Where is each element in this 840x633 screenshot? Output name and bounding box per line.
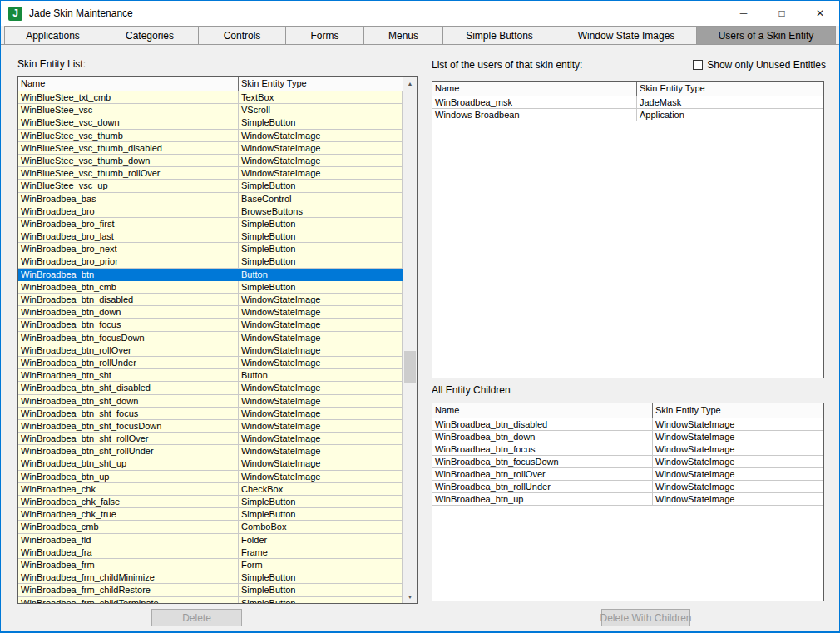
table-row[interactable]: WinBroadbea_btn_downWindowStateImage [432, 431, 823, 443]
table-row[interactable]: WinBroadbea_frm_childMinimizeSimpleButto… [18, 571, 403, 584]
table-row[interactable]: WinBroadbea_btn_sht_focusDownWindowState… [18, 420, 403, 433]
tab-bar: ApplicationsCategoriesControlsFormsMenus… [1, 26, 839, 45]
cell-name: Windows Broadbean [432, 109, 637, 121]
table-row[interactable]: WinBroadbea_frm_childRestoreSimpleButton [18, 584, 403, 596]
cell-name: WinBroadbea_chk_false [18, 496, 239, 508]
table-row[interactable]: WinBroadbea_btn_focusDownWindowStateImag… [18, 332, 403, 344]
table-row[interactable]: WinBroadbea_btn_rollUnderWindowStateImag… [432, 481, 823, 493]
cell-type: WindowStateImage [653, 493, 823, 506]
tab-categories[interactable]: Categories [101, 26, 199, 44]
cell-name: WinBroadbea_btn_sht_disabled [18, 382, 239, 394]
cell-type: SimpleButton [239, 243, 403, 255]
table-row[interactable]: WinBroadbea_fraFrame [18, 546, 403, 559]
cell-type: Form [239, 559, 403, 571]
scroll-thumb[interactable] [404, 351, 416, 383]
cell-name: WinBlueStee_vsc_thumb_rollOver [18, 167, 239, 180]
table-row[interactable]: WinBroadbea_btn_upWindowStateImage [432, 493, 823, 506]
cell-type: WindowStateImage [653, 481, 823, 493]
table-row[interactable]: WinBroadbea_btn_cmbSimpleButton [18, 281, 403, 294]
cell-name: WinBroadbea_btn_focusDown [432, 456, 653, 468]
cell-name: WinBroadbea_btn_rollUnder [18, 357, 239, 369]
cell-type: Application [637, 109, 823, 121]
table-row[interactable]: WinBroadbea_btn_disabledWindowStateImage [432, 418, 823, 431]
table-row[interactable]: WinBroadbea_chkCheckBox [18, 483, 403, 496]
vertical-scrollbar[interactable]: ▲ ▼ [403, 77, 417, 603]
table-row[interactable]: WinBroadbea_cmbComboBox [18, 521, 403, 533]
tab-simple-buttons[interactable]: Simple Buttons [443, 26, 556, 44]
table-row[interactable]: WinBlueStee_vsc_thumb_rollOverWindowStat… [18, 167, 403, 180]
column-header-type: Skin Entity Type [239, 77, 403, 91]
maximize-button[interactable]: □ [763, 1, 801, 26]
tab-controls[interactable]: Controls [199, 26, 286, 44]
tab-window-state-images[interactable]: Window State Images [556, 26, 697, 44]
cell-type: Folder [239, 534, 403, 546]
table-row[interactable]: WinBroadbea_mskJadeMask [432, 96, 823, 109]
table-row[interactable]: WinBroadbea_chk_trueSimpleButton [18, 508, 403, 521]
cell-name: WinBroadbea_fld [18, 534, 239, 546]
table-row[interactable]: WinBroadbea_bro_priorSimpleButton [18, 255, 403, 268]
table-row[interactable]: WinBlueStee_vsc_downSimpleButton [18, 116, 403, 129]
table-row[interactable]: WinBroadbea_btn_upWindowStateImage [18, 471, 403, 483]
table-row[interactable]: WinBroadbea_btn_sht_upWindowStateImage [18, 457, 403, 470]
table-row[interactable]: WinBlueStee_vsc_upSimpleButton [18, 180, 403, 192]
close-button[interactable]: ✕ [801, 1, 839, 26]
table-row[interactable]: WinBlueStee_vsc_thumb_downWindowStateIma… [18, 155, 403, 167]
table-row[interactable]: WinBroadbea_btnButton [18, 269, 403, 281]
title-bar[interactable]: J Jade Skin Maintenance ─ □ ✕ [1, 1, 839, 26]
cell-name: WinBroadbea_btn_focus [432, 443, 653, 456]
table-row[interactable]: WinBlueStee_vsc_thumbWindowStateImage [18, 130, 403, 142]
tab-forms[interactable]: Forms [286, 26, 364, 44]
table-row[interactable]: WinBroadbea_fldFolder [18, 534, 403, 546]
minimize-button[interactable]: ─ [724, 1, 763, 26]
table-row[interactable]: WinBroadbea_bro_firstSimpleButton [18, 218, 403, 230]
cell-name: WinBroadbea_btn_disabled [432, 418, 653, 431]
cell-name: WinBroadbea_btn_disabled [18, 294, 239, 306]
table-row[interactable]: WinBroadbea_btn_rollUnderWindowStateImag… [18, 357, 403, 369]
cell-name: WinBlueStee_vsc_thumb_disabled [18, 142, 239, 155]
children-table-body: WinBroadbea_btn_disabledWindowStateImage… [432, 418, 823, 601]
entity-children-label: All Entity Children [432, 384, 511, 396]
cell-type: WindowStateImage [239, 294, 403, 306]
table-row[interactable]: WinBlueStee_vscVScroll [18, 104, 403, 116]
cell-name: WinBlueStee_txt_cmb [18, 91, 239, 104]
table-row[interactable]: WinBroadbea_btn_disabledWindowStateImage [18, 294, 403, 306]
cell-name: WinBroadbea_btn_rollOver [432, 468, 653, 481]
table-row[interactable]: WinBlueStee_txt_cmbTextBox [18, 91, 403, 104]
show-unused-checkbox[interactable] [693, 60, 703, 70]
table-row[interactable]: WinBroadbea_btn_sht_rollUnderWindowState… [18, 445, 403, 457]
scroll-down-icon[interactable]: ▼ [403, 590, 417, 603]
scroll-up-icon[interactable]: ▲ [403, 77, 417, 90]
table-row[interactable]: WinBroadbea_btn_sht_downWindowStateImage [18, 395, 403, 408]
table-row[interactable]: WinBroadbea_bro_lastSimpleButton [18, 230, 403, 243]
table-row[interactable]: WinBroadbea_btn_sht_rollOverWindowStateI… [18, 433, 403, 445]
window-controls: ─ □ ✕ [724, 1, 839, 26]
tab-users-of-a-skin-entity[interactable]: Users of a Skin Entity [697, 26, 836, 44]
table-row[interactable]: WinBroadbea_frm_childTerminateSimpleButt… [18, 597, 403, 604]
table-row[interactable]: WinBlueStee_vsc_thumb_disabledWindowStat… [18, 142, 403, 155]
delete-button[interactable]: Delete [151, 609, 242, 626]
cell-name: WinBlueStee_vsc_thumb_down [18, 155, 239, 167]
table-row[interactable]: WinBroadbea_btn_sht_disabledWindowStateI… [18, 382, 403, 394]
cell-type: WindowStateImage [239, 471, 403, 483]
users-list-label: List of the users of that skin entity: [432, 59, 582, 71]
tab-menus[interactable]: Menus [364, 26, 443, 44]
table-row[interactable]: WinBroadbea_basBaseControl [18, 193, 403, 205]
table-row[interactable]: WinBroadbea_btn_rollOverWindowStateImage [18, 344, 403, 357]
table-row[interactable]: WinBroadbea_frmForm [18, 559, 403, 571]
table-row[interactable]: Windows BroadbeanApplication [432, 109, 823, 121]
table-row[interactable]: WinBroadbea_btn_rollOverWindowStateImage [432, 468, 823, 481]
table-row[interactable]: WinBroadbea_btn_shtButton [18, 369, 403, 382]
cell-name: WinBlueStee_vsc_thumb [18, 130, 239, 142]
cell-name: WinBroadbea_btn_down [432, 431, 653, 443]
cell-type: CheckBox [239, 483, 403, 496]
table-row[interactable]: WinBroadbea_btn_downWindowStateImage [18, 306, 403, 319]
delete-with-children-button[interactable]: Delete With Children [601, 609, 690, 626]
table-row[interactable]: WinBroadbea_btn_sht_focusWindowStateImag… [18, 408, 403, 420]
table-row[interactable]: WinBroadbea_bro_nextSimpleButton [18, 243, 403, 255]
table-row[interactable]: WinBroadbea_btn_focusWindowStateImage [432, 443, 823, 456]
table-row[interactable]: WinBroadbea_broBrowseButtons [18, 205, 403, 218]
table-row[interactable]: WinBroadbea_btn_focusDownWindowStateImag… [432, 456, 823, 468]
table-row[interactable]: WinBroadbea_chk_falseSimpleButton [18, 496, 403, 508]
tab-applications[interactable]: Applications [4, 26, 101, 44]
table-row[interactable]: WinBroadbea_btn_focusWindowStateImage [18, 319, 403, 331]
